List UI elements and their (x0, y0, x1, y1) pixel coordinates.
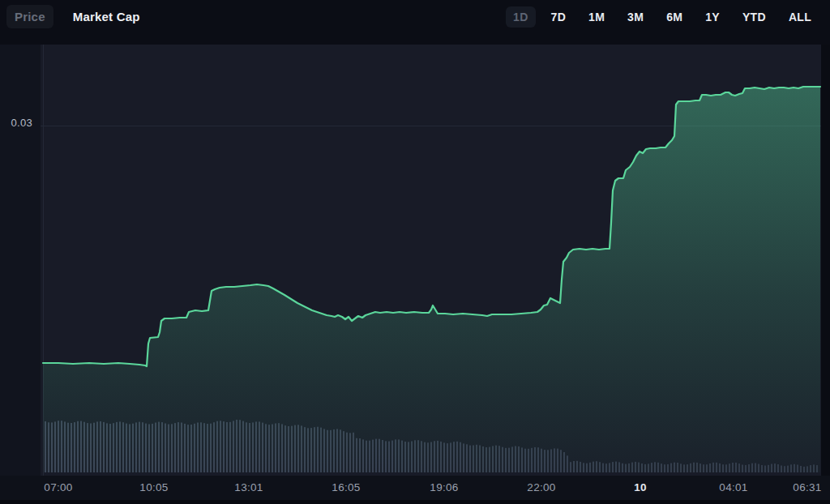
x-tick-label: 07:00 (44, 481, 72, 493)
x-tick-label: 13:01 (234, 481, 263, 493)
x-tick-label: 16:05 (332, 481, 360, 493)
bottom-edge (0, 500, 830, 504)
market-cap-chart[interactable] (0, 0, 830, 504)
area-fill (43, 87, 820, 472)
x-tick-label: 06:31 (793, 481, 821, 493)
x-axis: 07:0010:0513:0116:0519:0622:001004:0106:… (0, 476, 830, 500)
x-tick-label: 22:00 (527, 481, 555, 493)
x-tick-label: 04:01 (719, 481, 747, 493)
x-tick-label: 10 (634, 481, 647, 493)
x-tick-label: 19:06 (430, 481, 458, 493)
x-tick-label: 10:05 (139, 481, 168, 493)
